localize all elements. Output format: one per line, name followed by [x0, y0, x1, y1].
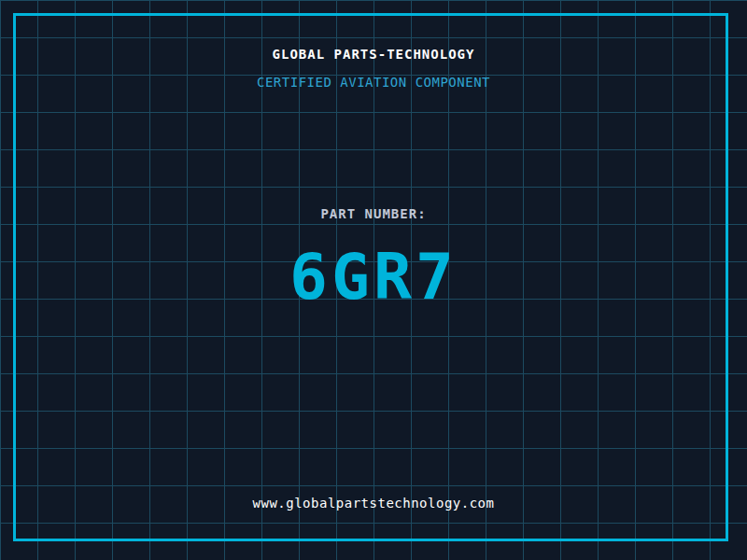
website-url: www.globalpartstechnology.com [0, 496, 747, 511]
blueprint-part-page: { "page": { "title": "GLOBAL PARTS-TECHN… [0, 0, 747, 560]
certification-subtitle: CERTIFIED AVIATION COMPONENT [0, 75, 747, 90]
company-title: GLOBAL PARTS-TECHNOLOGY [0, 47, 747, 62]
part-number-label: PART NUMBER: [0, 206, 747, 221]
part-number-value: 6GR7 [0, 245, 747, 309]
